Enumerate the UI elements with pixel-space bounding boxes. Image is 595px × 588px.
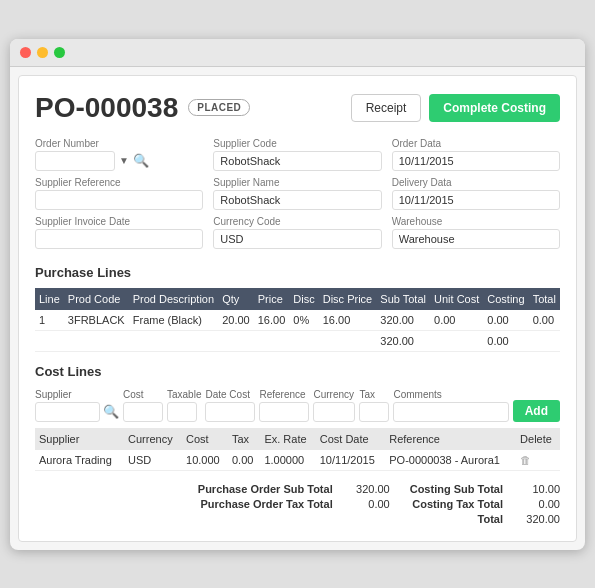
cost-cell-ex-rate: 1.00000: [260, 450, 315, 471]
summary-left: Purchase Order Sub Total 320.00 Purchase…: [35, 483, 390, 525]
col-total: Total: [529, 288, 560, 310]
delivery-data-label: Delivery Data: [392, 177, 560, 188]
status-badge: PLACED: [188, 99, 250, 116]
cost-date-input[interactable]: [205, 402, 255, 422]
po-sub-total-value: 320.00: [345, 483, 390, 495]
supplier-code-input[interactable]: [213, 151, 381, 171]
cost-lines-header: Supplier Currency Cost Tax Ex. Rate Cost…: [35, 428, 560, 450]
col-sub-total: Sub Total: [376, 288, 430, 310]
cost-cost-input[interactable]: [123, 402, 163, 422]
cell-prod-description: Frame (Black): [129, 310, 218, 331]
currency-code-group: Currency Code: [213, 216, 381, 249]
cost-date-label: Date Cost: [205, 389, 255, 400]
col-line: Line: [35, 288, 64, 310]
cost-currency-input[interactable]: [313, 402, 355, 422]
totals-sub-total: 320.00: [376, 330, 430, 351]
receipt-button[interactable]: Receipt: [351, 94, 422, 122]
minimize-dot[interactable]: [37, 47, 48, 58]
supplier-name-input[interactable]: [213, 190, 381, 210]
supplier-invoice-label: Supplier Invoice Date: [35, 216, 203, 227]
cost-supplier-input[interactable]: [35, 402, 100, 422]
cost-currency-label: Currency: [313, 389, 355, 400]
cost-col-supplier: Supplier: [35, 428, 124, 450]
po-title: PO-000038 PLACED: [35, 92, 250, 124]
cost-taxable-group: Taxable: [167, 389, 201, 422]
costing-tax-total-value: 0.00: [515, 498, 560, 510]
cost-date-group: Date Cost: [205, 389, 255, 422]
cost-lines-form: Supplier 🔍 Cost Taxable: [35, 387, 560, 422]
cell-sub-total: 320.00: [376, 310, 430, 331]
totals-costing: 0.00: [483, 330, 528, 351]
col-prod-code: Prod Code: [64, 288, 129, 310]
totals-sub-label: [35, 330, 376, 351]
dropdown-arrow-icon: ▼: [119, 155, 129, 166]
cost-supplier-search-button[interactable]: 🔍: [103, 404, 119, 419]
cost-supplier-label: Supplier: [35, 389, 119, 400]
cost-col-delete: Delete: [516, 428, 560, 450]
delivery-data-input[interactable]: [392, 190, 560, 210]
total-label: Total: [478, 513, 503, 525]
cost-tax-label: Tax: [359, 389, 389, 400]
close-dot[interactable]: [20, 47, 31, 58]
order-data-group: Order Data: [392, 138, 560, 171]
warehouse-input[interactable]: [392, 229, 560, 249]
supplier-reference-label: Supplier Reference: [35, 177, 203, 188]
page-header: PO-000038 PLACED Receipt Complete Costin…: [35, 92, 560, 124]
cost-col-currency: Currency: [124, 428, 182, 450]
cost-col-ex-rate: Ex. Rate: [260, 428, 315, 450]
currency-code-label: Currency Code: [213, 216, 381, 227]
costing-tax-total-label: Costing Tax Total: [412, 498, 503, 510]
cell-line: 1: [35, 310, 64, 331]
cell-disc: 0%: [289, 310, 318, 331]
cell-prod-code: 3FRBLACK: [64, 310, 129, 331]
col-disc: Disc: [289, 288, 318, 310]
cost-supplier-group: Supplier 🔍: [35, 389, 119, 422]
supplier-reference-input[interactable]: [35, 190, 203, 210]
total-value: 320.00: [515, 513, 560, 525]
totals-unit-cost: [430, 330, 483, 351]
cost-cell-currency: USD: [124, 450, 182, 471]
cost-cell-cost-date: 10/11/2015: [316, 450, 386, 471]
po-sub-total-label: Purchase Order Sub Total: [198, 483, 333, 495]
main-window: PO-000038 PLACED Receipt Complete Costin…: [10, 39, 585, 550]
supplier-code-group: Supplier Code: [213, 138, 381, 171]
po-sub-total-item: Purchase Order Sub Total 320.00: [198, 483, 390, 495]
col-prod-description: Prod Description: [129, 288, 218, 310]
summary-right: Costing Sub Total 10.00 Costing Tax Tota…: [410, 483, 560, 525]
delete-icon[interactable]: 🗑: [520, 454, 531, 466]
cost-comments-label: Comments: [393, 389, 508, 400]
order-data-input[interactable]: [392, 151, 560, 171]
supplier-invoice-input[interactable]: [35, 229, 203, 249]
add-button[interactable]: Add: [513, 400, 560, 422]
currency-code-input[interactable]: [213, 229, 381, 249]
costing-sub-total-label: Costing Sub Total: [410, 483, 503, 495]
cost-currency-group: Currency: [313, 389, 355, 422]
cost-comments-input[interactable]: [393, 402, 508, 422]
cost-table-row: Aurora Trading USD 10.000 0.00 1.00000 1…: [35, 450, 560, 471]
cost-reference-label: Reference: [259, 389, 309, 400]
col-qty: Qty: [218, 288, 254, 310]
content-area: PO-000038 PLACED Receipt Complete Costin…: [18, 75, 577, 542]
cell-price: 16.00: [254, 310, 290, 331]
cost-cell-delete[interactable]: 🗑: [516, 450, 560, 471]
cost-reference-input[interactable]: [259, 402, 309, 422]
cost-tax-input[interactable]: [359, 402, 389, 422]
form-fields: Order Number ▼ 🔍 Supplier Code Order Dat…: [35, 138, 560, 249]
col-disc-price: Disc Price: [319, 288, 377, 310]
cell-qty: 20.00: [218, 310, 254, 331]
purchase-lines-header: Line Prod Code Prod Description Qty Pric…: [35, 288, 560, 310]
cost-taxable-label: Taxable: [167, 389, 201, 400]
complete-costing-button[interactable]: Complete Costing: [429, 94, 560, 122]
supplier-reference-group: Supplier Reference: [35, 177, 203, 210]
total-item: Total 320.00: [478, 513, 560, 525]
costing-tax-total-item: Costing Tax Total 0.00: [412, 498, 560, 510]
supplier-invoice-group: Supplier Invoice Date: [35, 216, 203, 249]
maximize-dot[interactable]: [54, 47, 65, 58]
cost-lines-section: Cost Lines Supplier 🔍 Cost: [35, 364, 560, 471]
cost-taxable-input[interactable]: [167, 402, 197, 422]
totals-total: [529, 330, 560, 351]
costing-sub-total-value: 10.00: [515, 483, 560, 495]
order-number-search-button[interactable]: 🔍: [133, 153, 149, 168]
order-number-input[interactable]: [35, 151, 115, 171]
cost-comments-group: Comments: [393, 389, 508, 422]
